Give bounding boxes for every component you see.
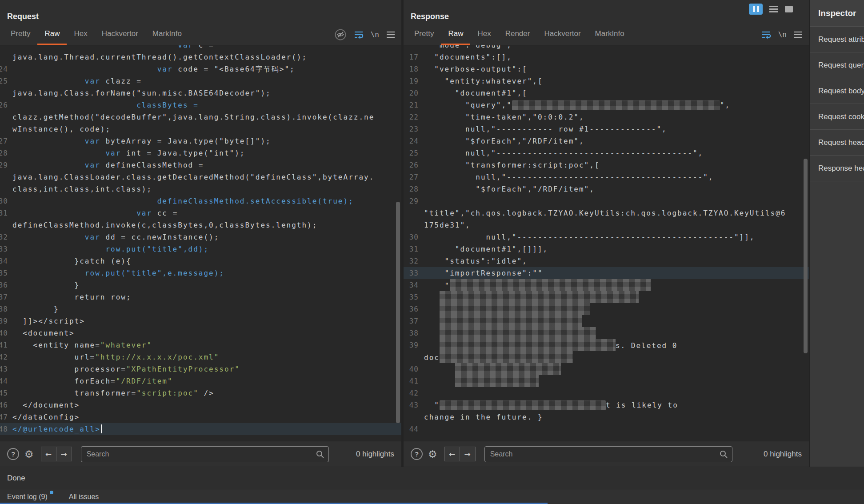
inspector-section[interactable]: Request attributes xyxy=(810,27,864,52)
response-titlebar: Response xyxy=(404,0,809,24)
search-input[interactable] xyxy=(81,446,329,462)
code-line: clazz.getMethod("decodeBuffer",java.lang… xyxy=(0,111,401,123)
response-search-bar: ? ⚙ ← → 0 highlights xyxy=(404,441,809,467)
inspector-section[interactable]: Request body parameters xyxy=(810,78,864,104)
find-next-button[interactable]: → xyxy=(460,447,476,461)
all-issues-tab[interactable]: All issues xyxy=(69,493,99,501)
inspector-section[interactable]: Request query parameters xyxy=(810,52,864,78)
line-number: 17 xyxy=(404,51,424,63)
find-next-button[interactable]: → xyxy=(56,447,72,461)
rows-layout-icon[interactable] xyxy=(768,4,780,14)
response-scrollbar[interactable] xyxy=(804,159,808,353)
line-number: 18 xyxy=(404,63,424,75)
tab-hex[interactable]: Hex xyxy=(67,24,94,45)
code-line: java.lang.ClassLoader.class.getDeclaredM… xyxy=(0,171,401,183)
event-log-tab[interactable]: Event log (9) xyxy=(7,493,48,501)
code-line: 30 defineClassMethod.setAccessible(true)… xyxy=(0,195,401,207)
newline-toggle-icon[interactable]: \n xyxy=(778,30,787,39)
gear-icon[interactable]: ⚙ xyxy=(24,448,34,460)
line-number: 40 xyxy=(0,327,12,339)
main-area: Request xyxy=(0,0,864,467)
find-previous-button[interactable]: ← xyxy=(444,447,460,461)
code-line: 46 </document> xyxy=(0,399,401,411)
tab-render[interactable]: Render xyxy=(498,24,537,45)
find-previous-button[interactable]: ← xyxy=(41,447,56,461)
line-number xyxy=(0,45,12,51)
line-number: 28 xyxy=(404,183,424,195)
line-number: 36 xyxy=(0,279,12,291)
code-line: 41 xyxy=(404,375,809,387)
eye-off-icon[interactable] xyxy=(334,28,347,41)
redacted-region xyxy=(440,339,616,351)
menu-icon[interactable] xyxy=(794,31,803,38)
code-line: 36 } xyxy=(0,279,401,291)
code-line: var c = xyxy=(0,45,401,51)
line-number: 33 xyxy=(404,267,424,279)
code-line: java.lang.Class.forName("sun.misc.BASE64… xyxy=(0,87,401,99)
code-line: change in the future. } xyxy=(404,411,809,423)
tab-pretty[interactable]: Pretty xyxy=(4,24,37,45)
tab-raw[interactable]: Raw xyxy=(37,24,67,45)
line-number: 39 xyxy=(404,339,424,351)
line-number: 31 xyxy=(0,207,12,219)
line-number: 34 xyxy=(404,279,424,291)
code-line: 27 null,"-------------------------------… xyxy=(404,171,809,183)
line-number: 40 xyxy=(404,363,424,375)
line-number: 31 xyxy=(404,243,424,255)
help-icon[interactable]: ? xyxy=(7,448,19,460)
line-number xyxy=(0,123,12,135)
status-bar: Done xyxy=(0,467,864,489)
line-number: 29 xyxy=(0,159,12,171)
code-line: 32 "status":"idle", xyxy=(404,255,809,267)
menu-icon[interactable] xyxy=(386,31,395,38)
help-icon[interactable]: ? xyxy=(411,448,423,460)
line-number: 26 xyxy=(404,159,424,171)
request-scrollbar[interactable] xyxy=(396,202,400,423)
code-line: doc xyxy=(404,351,809,363)
redacted-region xyxy=(450,279,651,291)
code-line: 26 classBytes = xyxy=(0,99,401,111)
tab-markinfo[interactable]: MarkInfo xyxy=(588,24,632,45)
inspector-section[interactable]: Request cookies xyxy=(810,104,864,130)
word-wrap-icon[interactable] xyxy=(354,30,364,39)
code-line: "title","ch.qos.logback.TZYAO.KeyUtils:c… xyxy=(404,207,809,219)
code-line: 27 var byteArray = Java.type("byte[]"); xyxy=(0,135,401,147)
tab-hex[interactable]: Hex xyxy=(470,24,498,45)
line-number xyxy=(404,45,424,51)
line-number: 20 xyxy=(404,87,424,99)
line-number: 35 xyxy=(0,267,12,279)
tab-raw[interactable]: Raw xyxy=(441,24,470,45)
line-number: 48 xyxy=(0,423,12,435)
code-line: 42 xyxy=(404,387,809,399)
gear-icon[interactable]: ⚙ xyxy=(428,448,437,460)
line-number xyxy=(0,219,12,231)
newline-toggle-icon[interactable]: \n xyxy=(371,30,379,39)
notification-dot xyxy=(50,491,53,494)
tab-hackvertor[interactable]: Hackvertor xyxy=(537,24,588,45)
code-line: 37 return row; xyxy=(0,291,401,303)
code-line: 31 "document#1",[]]], xyxy=(404,243,809,255)
inspector-section[interactable]: Request headers xyxy=(810,130,864,156)
tab-markinfo[interactable]: MarkInfo xyxy=(145,24,189,45)
code-line: 41 <entity name="whatever" xyxy=(0,339,401,351)
line-number xyxy=(404,207,424,219)
line-number: 34 xyxy=(0,255,12,267)
inspector-section[interactable]: Response headers xyxy=(810,156,864,181)
line-number: 42 xyxy=(404,387,424,399)
line-number: 21 xyxy=(404,99,424,111)
code-line: 35 xyxy=(404,291,809,303)
search-input[interactable] xyxy=(484,446,732,462)
code-line: 40 xyxy=(404,363,809,375)
request-editor[interactable]: var c =java.lang.Thread.currentThread().… xyxy=(0,45,401,441)
line-number: 25 xyxy=(404,147,424,159)
tab-hackvertor[interactable]: Hackvertor xyxy=(95,24,145,45)
code-line: 38 } xyxy=(0,303,401,315)
line-number: 19 xyxy=(404,75,424,87)
response-editor[interactable]: "mode":"debug",17 "documents":[],18 "ver… xyxy=(404,45,809,441)
tab-pretty[interactable]: Pretty xyxy=(407,24,441,45)
inspector-title: Inspector xyxy=(810,0,864,27)
columns-layout-icon[interactable] xyxy=(749,4,763,15)
code-line: wInstance(), code); xyxy=(0,123,401,135)
single-view-icon[interactable] xyxy=(785,6,793,12)
word-wrap-icon[interactable] xyxy=(761,30,771,39)
